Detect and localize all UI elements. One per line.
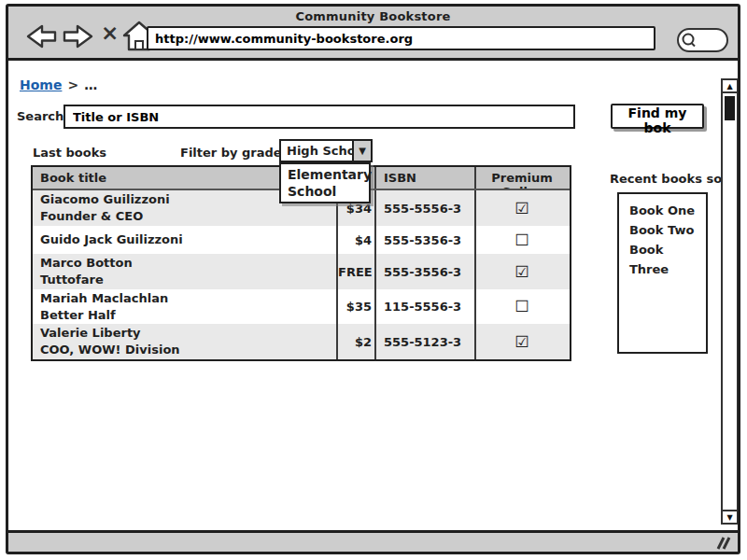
vertical-scrollbar[interactable]: ▲ ▼	[721, 78, 739, 525]
header-premium-seller: Premium Seller	[474, 167, 568, 189]
grade-option[interactable]: Elementary	[281, 166, 369, 183]
browser-chrome: Community Bookstore ×	[8, 7, 738, 61]
chevron-down-icon[interactable]: ▼	[352, 141, 371, 161]
recent-books-sold-label: Recent books sold	[610, 172, 735, 186]
stop-icon[interactable]: ×	[101, 22, 119, 44]
table-row: Valerie Liberty COO, WOW! Division $2 55…	[33, 324, 570, 359]
resize-handle-icon[interactable]	[712, 536, 732, 551]
book-seller-subtitle: Better Half	[40, 307, 336, 324]
breadcrumb: Home>…	[20, 77, 97, 92]
grade-dropdown-list: Elementary School	[279, 162, 371, 203]
book-isbn: 555-5123-3	[374, 324, 474, 359]
search-label: Search	[17, 109, 63, 123]
book-seller-subtitle: Tuttofare	[40, 272, 336, 288]
scroll-up-icon[interactable]: ▲	[723, 80, 737, 93]
grade-option[interactable]: School	[281, 183, 369, 200]
book-seller-name: Guido Jack Guilizzoni	[40, 231, 336, 248]
book-isbn: 115-5556-3	[374, 289, 474, 324]
book-price: $35	[336, 289, 374, 324]
book-isbn: 555-3556-3	[374, 254, 474, 289]
book-price: $4	[336, 226, 374, 254]
status-bar	[8, 530, 738, 552]
premium-checkbox[interactable]: ☑	[476, 201, 568, 217]
scroll-down-icon[interactable]: ▼	[723, 510, 737, 523]
book-price: $2	[336, 324, 374, 359]
browser-search-button[interactable]	[677, 28, 728, 52]
breadcrumb-home-link[interactable]: Home	[20, 77, 62, 92]
header-isbn: ISBN	[374, 167, 474, 189]
book-seller-subtitle: Founder & CEO	[40, 208, 336, 225]
premium-checkbox[interactable]: ☑	[476, 264, 568, 280]
url-input[interactable]	[147, 26, 655, 50]
search-input[interactable]	[63, 105, 575, 129]
list-item[interactable]: Book Three	[629, 240, 706, 279]
book-price: FREE	[336, 254, 374, 289]
book-seller-name: Marco Botton	[40, 255, 336, 272]
scrollbar-thumb[interactable]	[725, 96, 735, 120]
filter-by-grade-label: Filter by grade:	[180, 146, 287, 160]
browser-window: Community Bookstore × Home>… Search Find…	[6, 4, 740, 554]
book-seller-subtitle: COO, WOW! Division	[40, 342, 336, 358]
premium-checkbox[interactable]: ☐	[476, 299, 568, 315]
grade-dropdown[interactable]: High School ▼	[279, 139, 373, 162]
book-seller-name: Valerie Liberty	[40, 325, 336, 342]
book-isbn: 555-5556-3	[374, 190, 474, 226]
list-item[interactable]: Book Two	[629, 220, 706, 240]
table-row: Marco Botton Tuttofare FREE 555-3556-3 ☑	[33, 254, 570, 289]
find-button[interactable]: Find my bok	[611, 104, 704, 129]
table-row: Guido Jack Guilizzoni $4 555-5356-3 ☐	[33, 226, 570, 254]
last-books-label: Last books	[33, 146, 106, 160]
book-seller-name: Mariah Maclachlan	[40, 290, 336, 307]
recent-books-list: Book One Book Two Book Three	[617, 192, 708, 354]
list-item[interactable]: Book One	[629, 201, 706, 220]
forward-arrow-icon[interactable]	[62, 21, 97, 51]
breadcrumb-separator: >	[67, 77, 78, 92]
table-row: Mariah Maclachlan Better Half $35 115-55…	[33, 289, 570, 324]
breadcrumb-ellipsis[interactable]: …	[84, 77, 97, 92]
premium-checkbox[interactable]: ☑	[476, 334, 568, 350]
book-isbn: 555-5356-3	[374, 226, 474, 254]
back-arrow-icon[interactable]	[22, 21, 58, 51]
magnifier-icon	[680, 30, 700, 50]
premium-checkbox[interactable]: ☐	[476, 232, 568, 248]
